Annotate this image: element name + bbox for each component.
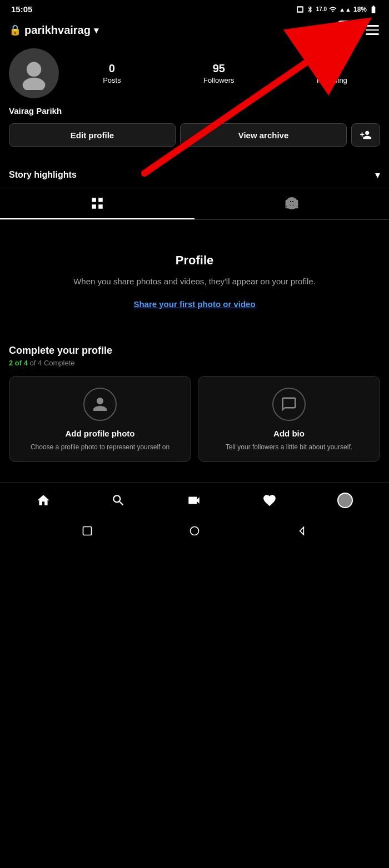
status-icons: 17.0 ▲▲ 18% <box>296 5 378 14</box>
add-photo-card-desc: Choose a profile photo to represent your… <box>31 443 169 452</box>
profile-section: 0 Posts 95 Followers 135 Following Vaira… <box>0 44 389 162</box>
empty-profile-description: When you share photos and videos, they'l… <box>11 275 378 288</box>
complete-profile-section: Complete your profile 2 of 4 of 4 Comple… <box>0 332 389 471</box>
following-stat[interactable]: 135 Following <box>317 62 347 85</box>
chevron-down-icon: ▾ <box>375 169 380 181</box>
search-icon <box>111 493 126 508</box>
add-friend-button[interactable] <box>351 123 380 147</box>
grid-icon <box>90 196 104 210</box>
svg-rect-5 <box>83 527 91 535</box>
profile-name: Vairag Parikh <box>9 106 380 116</box>
bluetooth-icon <box>306 6 314 13</box>
nav-reels[interactable] <box>180 491 208 510</box>
tagged-icon <box>285 196 299 210</box>
status-bar: 15:05 17.0 ▲▲ 18% <box>0 0 389 16</box>
empty-profile-title: Profile <box>11 253 378 268</box>
nav-search[interactable] <box>104 491 132 510</box>
add-post-button[interactable] <box>337 21 356 39</box>
profile-tabs <box>0 188 389 220</box>
plus-icon <box>341 25 351 35</box>
wifi-icon <box>329 6 337 13</box>
bottom-navigation <box>0 482 389 518</box>
svg-point-0 <box>27 62 41 77</box>
add-bio-card-desc: Tell your followers a little bit about y… <box>226 443 352 452</box>
complete-profile-title: Complete your profile <box>9 345 380 357</box>
edit-profile-button[interactable]: Edit profile <box>9 123 176 147</box>
android-square-btn[interactable] <box>81 525 93 537</box>
progress-complete-label: Complete <box>44 359 75 367</box>
home-icon <box>36 493 51 508</box>
nav-profile[interactable] <box>331 490 360 510</box>
posts-count: 0 <box>103 62 121 75</box>
add-bio-card[interactable]: Add bio Tell your followers a little bit… <box>198 376 380 463</box>
lock-icon: 🔒 <box>9 24 21 36</box>
signal-bars: ▲▲ <box>339 6 351 13</box>
add-person-icon <box>360 129 372 141</box>
stats-row: 0 Posts 95 Followers 135 Following <box>70 62 380 85</box>
app-header: 🔒 parikhvairag ▾ <box>0 16 389 44</box>
dropdown-icon[interactable]: ▾ <box>94 25 98 36</box>
tab-tagged[interactable] <box>194 188 389 219</box>
progress-fraction: 2 of 4 <box>9 359 28 367</box>
nav-profile-avatar <box>337 493 353 508</box>
posts-stat[interactable]: 0 Posts <box>103 62 121 85</box>
view-archive-button[interactable]: View archive <box>180 123 347 147</box>
battery-icon <box>369 5 378 14</box>
svg-marker-7 <box>300 528 304 535</box>
person-icon <box>92 396 108 413</box>
complete-profile-progress: 2 of 4 of 4 Complete <box>9 359 380 367</box>
complete-profile-cards: Add profile photo Choose a profile photo… <box>9 376 380 463</box>
avatar[interactable] <box>9 48 59 98</box>
tab-grid[interactable] <box>0 188 194 219</box>
nav-activity[interactable] <box>256 491 283 510</box>
svg-point-6 <box>190 527 198 535</box>
avatar-image <box>17 57 51 90</box>
square-icon <box>82 525 93 536</box>
reels-icon <box>187 493 201 508</box>
back-triangle-icon <box>296 525 307 536</box>
chat-bubble-icon <box>281 396 297 413</box>
empty-profile-section: Profile When you share photos and videos… <box>0 220 389 332</box>
android-nav-bar <box>0 518 389 544</box>
nfc-icon <box>296 6 304 13</box>
followers-label: Followers <box>203 76 235 84</box>
following-count: 135 <box>317 62 347 75</box>
header-actions <box>337 21 380 39</box>
username-label: parikhvairag <box>24 24 91 37</box>
heart-icon <box>262 493 277 508</box>
profile-info-row: 0 Posts 95 Followers 135 Following <box>9 48 380 98</box>
battery-level: 18% <box>353 6 367 13</box>
svg-point-1 <box>23 78 46 90</box>
add-photo-icon-circle <box>83 388 117 421</box>
circle-icon <box>189 525 200 536</box>
action-buttons: Edit profile View archive <box>9 123 380 147</box>
following-label: Following <box>317 76 347 84</box>
add-photo-card-title: Add profile photo <box>66 429 135 438</box>
story-highlights-label: Story highlights <box>9 170 77 180</box>
status-time: 15:05 <box>11 4 32 14</box>
add-bio-card-title: Add bio <box>273 429 305 438</box>
posts-label: Posts <box>103 76 121 84</box>
followers-stat[interactable]: 95 Followers <box>203 62 235 85</box>
android-home-btn[interactable] <box>188 525 201 537</box>
progress-label: of 4 <box>30 359 44 367</box>
followers-count: 95 <box>203 62 235 75</box>
menu-button[interactable] <box>365 24 380 36</box>
share-first-photo-link[interactable]: Share your first photo or video <box>133 299 255 309</box>
add-bio-icon-circle <box>272 388 306 421</box>
data-speed: 17.0 <box>316 6 327 12</box>
nav-home[interactable] <box>29 491 57 510</box>
header-username-section[interactable]: 🔒 parikhvairag ▾ <box>9 24 98 37</box>
story-highlights-row[interactable]: Story highlights ▾ <box>0 162 389 188</box>
android-back-btn[interactable] <box>296 525 308 537</box>
add-photo-card[interactable]: Add profile photo Choose a profile photo… <box>9 376 191 463</box>
